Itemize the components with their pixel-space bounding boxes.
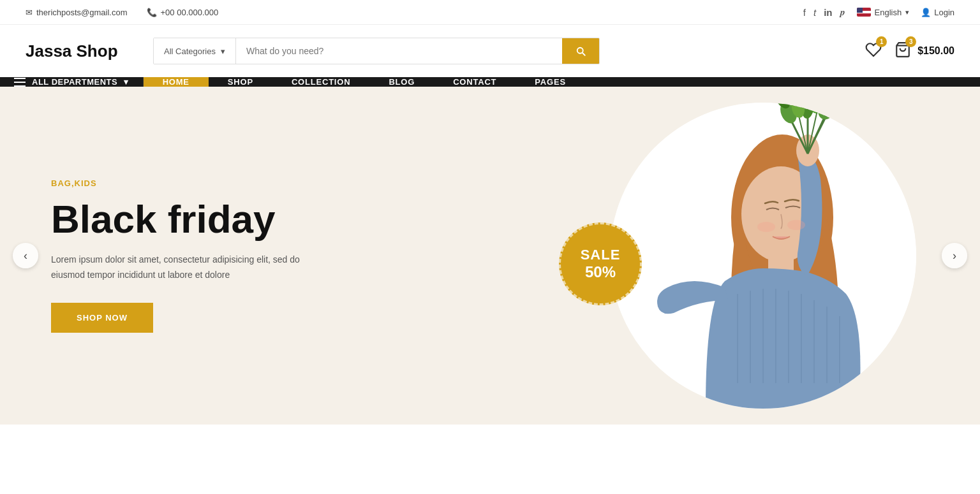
chevron-down-icon: ▾ [905, 8, 909, 17]
flag-icon [857, 8, 871, 17]
pinterest-icon[interactable]: 𝒑 [840, 6, 845, 18]
wishlist-badge: 1 [876, 36, 887, 47]
search-bar: All Categories ▾ [153, 38, 600, 64]
hamburger-icon [14, 78, 26, 87]
cart-button[interactable]: 3 $150.00 [895, 41, 954, 61]
search-button[interactable] [562, 38, 599, 64]
nav-items: HOME SHOP COLLECTION BLOG CONTACT PAGES [144, 77, 980, 87]
hero-image-area: SALE 50% [406, 87, 980, 425]
login-link[interactable]: 👤 Login [921, 8, 954, 17]
chevron-down-icon: ▾ [124, 77, 129, 87]
wishlist-button[interactable]: 1 [865, 41, 882, 61]
svg-point-28 [813, 103, 829, 103]
hero-section: BAG,KIDS Black friday Lorem ipsum dolor … [0, 87, 980, 425]
language-label: English [875, 8, 902, 17]
top-bar-right: f t in 𝒑 English ▾ 👤 Login [803, 6, 954, 18]
phone-contact: 📞 +00 00.000.000 [147, 8, 219, 17]
all-departments-label: ALL DEPARTMENTS [32, 77, 117, 87]
nav-contact[interactable]: CONTACT [434, 77, 516, 87]
shop-now-button[interactable]: SHOP NOW [51, 303, 153, 333]
login-label: Login [934, 8, 954, 17]
hero-description: Lorem ipsum dolor sit amet, consectetur … [51, 252, 319, 283]
hero-title: Black friday [51, 198, 319, 240]
user-icon: 👤 [921, 8, 931, 17]
header-actions: 1 3 $150.00 [865, 41, 954, 61]
hero-illustration [610, 103, 916, 409]
category-label: All Categories [164, 47, 216, 56]
phone-icon: 📞 [147, 8, 157, 17]
nav-blog[interactable]: BLOG [369, 77, 434, 87]
nav-pages[interactable]: PAGES [516, 77, 585, 87]
top-bar-left: ✉ therichposts@gmail.com 📞 +00 00.000.00… [26, 8, 218, 17]
header: Jassa Shop All Categories ▾ 1 [0, 25, 980, 77]
linkedin-icon[interactable]: in [824, 7, 832, 18]
sale-percent: 50% [585, 263, 616, 281]
chevron-down-icon: ▾ [221, 47, 225, 56]
nav-collection[interactable]: COLLECTION [272, 77, 370, 87]
sale-badge: SALE 50% [559, 222, 642, 305]
email-address: therichposts@gmail.com [36, 8, 128, 17]
nav-shop[interactable]: SHOP [209, 77, 272, 87]
hero-tag: BAG,KIDS [51, 178, 319, 188]
email-contact: ✉ therichposts@gmail.com [26, 8, 128, 17]
cart-badge: 3 [905, 36, 916, 47]
navbar: ALL DEPARTMENTS ▾ HOME SHOP COLLECTION B… [0, 77, 980, 87]
facebook-icon[interactable]: f [803, 7, 806, 18]
nav-home[interactable]: HOME [144, 77, 209, 87]
category-dropdown[interactable]: All Categories ▾ [154, 38, 236, 64]
language-selector[interactable]: English ▾ [857, 8, 910, 17]
search-icon [575, 45, 586, 57]
sale-text: SALE [581, 247, 621, 263]
email-icon: ✉ [26, 8, 33, 17]
phone-number: +00 00.000.000 [161, 8, 219, 17]
twitter-icon[interactable]: t [813, 7, 816, 18]
carousel-next-button[interactable]: › [942, 243, 967, 268]
svg-point-32 [787, 220, 805, 230]
cart-price: $150.00 [917, 45, 954, 57]
svg-point-31 [757, 222, 775, 232]
social-icons: f t in 𝒑 [803, 6, 845, 18]
all-departments-menu[interactable]: ALL DEPARTMENTS ▾ [0, 77, 144, 87]
carousel-prev-button[interactable]: ‹ [13, 243, 38, 268]
hero-content: BAG,KIDS Black friday Lorem ipsum dolor … [0, 140, 370, 372]
hero-circle-image [610, 103, 916, 409]
site-logo[interactable]: Jassa Shop [26, 41, 140, 61]
top-bar: ✉ therichposts@gmail.com 📞 +00 00.000.00… [0, 0, 980, 25]
svg-point-26 [822, 103, 844, 111]
search-input[interactable] [236, 38, 562, 64]
